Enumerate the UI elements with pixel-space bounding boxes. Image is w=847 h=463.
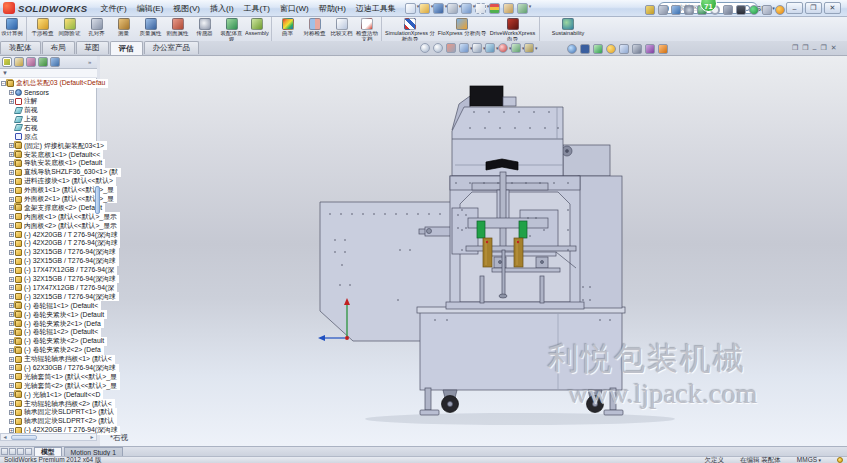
ribbon-tab[interactable]: 布局	[42, 41, 75, 54]
menu-item[interactable]: 窗口(W)	[275, 1, 314, 16]
expander-icon[interactable]	[9, 143, 14, 148]
expander-icon[interactable]	[9, 259, 14, 264]
image-icon[interactable]	[619, 44, 629, 54]
scroll-right-icon[interactable]: ►	[88, 434, 96, 440]
tab-scroll-prev-icon[interactable]	[9, 448, 16, 455]
binoculars-icon[interactable]	[580, 44, 590, 54]
export-icon[interactable]	[632, 44, 642, 54]
rebuild-icon[interactable]	[489, 3, 500, 14]
expander-icon[interactable]	[9, 197, 14, 202]
propertymanager-tab-icon[interactable]	[14, 57, 24, 67]
open-icon[interactable]	[419, 3, 430, 14]
tree-item[interactable]: Sensors	[0, 88, 96, 97]
expander-icon[interactable]	[9, 401, 14, 406]
expander-icon[interactable]	[9, 374, 14, 379]
configurationmanager-tab-icon[interactable]	[26, 57, 36, 67]
expander-icon[interactable]	[9, 205, 14, 210]
status-item[interactable]: 在编辑 装配体	[740, 456, 781, 463]
find-icon[interactable]	[567, 44, 577, 54]
status-item[interactable]: MMGS	[797, 456, 821, 463]
ribbon-button[interactable]: 设计算例	[0, 17, 27, 41]
menu-item[interactable]: 编辑(E)	[132, 1, 169, 16]
ribbon-tab[interactable]: 办公室产品	[144, 41, 200, 54]
bolt-icon[interactable]	[723, 5, 733, 15]
tree-item[interactable]: 前视	[0, 106, 96, 115]
ribbon-button[interactable]: 曲率	[274, 17, 301, 41]
tab-scroll-last-icon[interactable]	[25, 448, 32, 455]
tab-scroll-first-icon[interactable]	[1, 448, 8, 455]
share-icon[interactable]	[645, 44, 655, 54]
tab-scroll-next-icon[interactable]	[17, 448, 24, 455]
ribbon-button[interactable]: DriveWorksXpress 向导	[488, 17, 540, 41]
save-icon[interactable]	[433, 3, 444, 14]
ribbon-button[interactable]: 质量属性	[137, 17, 164, 41]
section-view-icon[interactable]	[446, 43, 456, 53]
cube-orange-icon[interactable]	[658, 44, 668, 54]
screen-icon[interactable]	[671, 5, 681, 15]
expander-icon[interactable]	[9, 410, 14, 415]
tree-root-item[interactable]: 盒机总装配03 (Default<Defau	[0, 79, 108, 88]
print-icon[interactable]	[447, 3, 458, 14]
restore-button[interactable]: ❐	[805, 2, 822, 14]
expander-icon[interactable]	[9, 188, 14, 193]
expander-icon[interactable]	[9, 419, 14, 424]
expander-icon[interactable]	[9, 392, 14, 397]
options-icon[interactable]	[503, 3, 514, 14]
expander-icon[interactable]	[9, 223, 14, 228]
panel-splitter[interactable]	[95, 186, 100, 214]
expander-icon[interactable]	[9, 312, 14, 317]
close-button[interactable]: ✕	[824, 2, 841, 14]
expander-icon[interactable]	[9, 152, 14, 157]
status-help-icon[interactable]	[837, 457, 843, 463]
panel-pin-icon[interactable]: »	[88, 59, 91, 65]
expander-icon[interactable]	[9, 294, 14, 299]
ribbon-button[interactable]: 剖面属性	[164, 17, 191, 41]
selection-filter-icon[interactable]	[475, 3, 486, 14]
ribbon-button[interactable]: 装配体直观	[218, 17, 245, 41]
scroll-left-icon[interactable]: ◄	[1, 434, 9, 440]
doc-minimize-icon[interactable]: –	[813, 45, 817, 52]
expander-icon[interactable]	[9, 303, 14, 308]
expander-icon[interactable]	[1, 81, 6, 86]
gear-icon[interactable]	[684, 5, 694, 15]
chain-icon[interactable]	[762, 5, 772, 15]
expander-icon[interactable]	[9, 90, 14, 95]
zoom-to-area-icon[interactable]	[433, 43, 443, 53]
ribbon-tab[interactable]: 装配体	[0, 41, 41, 54]
expander-icon[interactable]	[9, 170, 14, 175]
view-settings-icon[interactable]	[517, 3, 528, 14]
expander-icon[interactable]	[9, 277, 14, 282]
ribbon-button[interactable]: FloXpress 分析向导	[436, 17, 488, 41]
expander-icon[interactable]	[9, 339, 14, 344]
expander-icon[interactable]	[9, 321, 14, 326]
tree-item[interactable]: 上视	[0, 115, 96, 124]
graphics-viewport[interactable]: 利悦包装机械 www.ljpack.com *右视	[100, 56, 847, 447]
menu-item[interactable]: 帮助(H)	[314, 1, 351, 16]
expander-icon[interactable]	[9, 232, 14, 237]
caliper-icon[interactable]	[658, 5, 668, 15]
expander-icon[interactable]	[9, 99, 14, 104]
ribbon-button[interactable]: Sustainability	[542, 17, 594, 41]
expander-icon[interactable]	[9, 383, 14, 388]
minimize-button[interactable]: –	[786, 2, 803, 14]
hide-show-items-icon[interactable]	[485, 43, 495, 53]
menu-item[interactable]: 文件(F)	[95, 1, 131, 16]
ribbon-button[interactable]: 传感器	[191, 17, 218, 41]
new-document-icon[interactable]	[405, 3, 416, 14]
ribbon-tab[interactable]: 评估	[110, 41, 143, 55]
zoom-to-fit-icon[interactable]	[420, 43, 430, 53]
expander-icon[interactable]	[9, 428, 14, 433]
tree-horizontal-scrollbar[interactable]: ◄ ►	[0, 433, 97, 441]
ribbon-button[interactable]: 检查活动文档	[355, 17, 382, 41]
doc-window-icon[interactable]: ❐	[802, 44, 808, 52]
ribbon-button[interactable]: 比较文档	[328, 17, 355, 41]
expander-icon[interactable]	[9, 357, 14, 362]
tree-item[interactable]: 注解	[0, 97, 96, 106]
filter-icon[interactable]: ▼	[2, 70, 8, 76]
key-icon[interactable]	[645, 5, 655, 15]
doc-maximize-icon[interactable]: ❐	[820, 44, 826, 52]
ribbon-button[interactable]: 测量	[110, 17, 137, 41]
ribbon-button[interactable]: 对称检查	[301, 17, 328, 41]
ribbon-button[interactable]: 孔对齐	[83, 17, 110, 41]
expander-icon[interactable]	[9, 268, 14, 273]
